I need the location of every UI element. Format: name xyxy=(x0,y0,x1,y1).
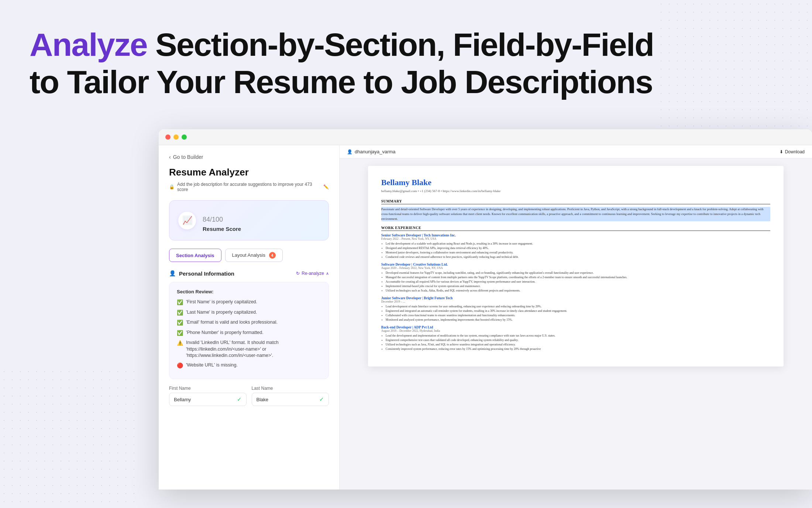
bullet-1-2: Designed and implemented RESTful APIs, i… xyxy=(386,246,770,250)
job-entry-2: Software Developer | Creative Solutions … xyxy=(381,263,770,293)
last-name-input[interactable]: Blake ✓ xyxy=(252,393,329,406)
job-title-1: Senior Software Developer | Tech Innovat… xyxy=(381,233,770,237)
tab-row: Section Analysis Layout Analysis 4 xyxy=(169,249,329,262)
review-text-2: 'Last Name' is properly capitalized. xyxy=(186,309,257,316)
first-name-field-group: First Name Bellamy ✓ xyxy=(169,386,247,406)
dot-red[interactable] xyxy=(165,134,171,140)
job-bullets-1: Led the development of a scalable web ap… xyxy=(381,242,770,259)
bullet-2-1: Developed essential features for YuppTV … xyxy=(386,271,770,275)
chevron-up-icon: ∧ xyxy=(326,271,329,276)
back-to-builder-link[interactable]: ‹ Go to Builder xyxy=(169,154,329,160)
review-text-6: 'Website URL' is missing. xyxy=(186,362,238,369)
job-meta-4: August 2018 – December 2022, Hyderabad, … xyxy=(381,329,770,333)
job-desc-notice: 🔒 Add the job description for accurate s… xyxy=(169,182,329,192)
lock-icon: 🔒 xyxy=(169,184,175,190)
section-title-row: 👤 Personal Information xyxy=(169,270,234,277)
last-name-value: Blake xyxy=(257,397,317,402)
review-item-linkedin: ⚠️ Invalid 'LinkedIn URL' format. It sho… xyxy=(177,340,321,359)
personal-section-title: Personal Information xyxy=(179,270,234,277)
bullet-2-3: Accountable for creating all required AP… xyxy=(386,280,770,284)
section-review-box: Section Review: ✅ 'First Name' is proper… xyxy=(169,282,329,379)
last-name-label: Last Name xyxy=(252,386,329,391)
re-analyze-button[interactable]: ↻ Re-analyze ∧ xyxy=(296,271,329,276)
score-number: 84 xyxy=(203,216,210,223)
tab-section-label: Section Analysis xyxy=(176,253,214,258)
work-experience-title: WORK EXPERIENCE xyxy=(381,226,770,231)
bullet-4-2: Engineered comprehensive test cases that… xyxy=(386,338,770,342)
re-analyze-icon: ↻ xyxy=(296,271,300,276)
first-name-check-icon: ✓ xyxy=(237,396,242,403)
browser-titlebar xyxy=(159,129,812,145)
review-item-email: ✅ 'Email' format is valid and looks prof… xyxy=(177,319,321,327)
review-item-website: 🔴 'Website URL' is missing. xyxy=(177,362,321,369)
dot-green[interactable] xyxy=(182,134,187,140)
headline-part2: Section-by-Section, Field-by-Field xyxy=(147,26,654,63)
job-bullets-2: Developed essential features for YuppTV … xyxy=(381,271,770,293)
edit-icon[interactable]: ✏️ xyxy=(323,184,329,190)
last-name-field-group: Last Name Blake ✓ xyxy=(252,386,329,406)
resume-paper: Bellamy Blake bellamy.blake@gmail.com • … xyxy=(368,166,784,366)
job-bullets-4: Lead the development and implementation … xyxy=(381,334,770,351)
bullet-4-1: Lead the development and implementation … xyxy=(386,334,770,338)
summary-section-title: SUMMARY xyxy=(381,199,770,204)
warning-icon-5: ⚠️ xyxy=(177,340,183,347)
back-arrow-icon: ‹ xyxy=(169,154,171,160)
error-icon-6: 🔴 xyxy=(177,362,183,369)
score-emoji: 📈 xyxy=(182,216,192,225)
job-title-4: Back-end Developer | ADP Pvt Ltd xyxy=(381,325,770,329)
job-entry-3: Junior Software Developer | Bright Futur… xyxy=(381,296,770,322)
resume-summary: Passionate and detail-oriented Software … xyxy=(381,207,770,222)
review-title: Section Review: xyxy=(177,289,321,294)
user-icon: 👤 xyxy=(347,149,352,154)
headline-text: Analyze Section-by-Section, Field-by-Fie… xyxy=(30,26,782,100)
check-icon-4: ✅ xyxy=(177,330,183,337)
score-value: 84/100 xyxy=(203,209,320,224)
first-name-value: Bellamy xyxy=(174,397,234,402)
headline-section: Analyze Section-by-Section, Field-by-Fie… xyxy=(30,26,782,100)
bullet-2-2: Managed the successful integration of co… xyxy=(386,275,770,280)
download-icon: ⬇ xyxy=(780,149,783,154)
job-meta-2: August 2020 – February 2022, New York, N… xyxy=(381,266,770,270)
resume-contact: bellamy.blake@gmail.com • +1 (234) 567-8… xyxy=(381,189,770,194)
bullet-1-4: Conducted code reviews and ensured adher… xyxy=(386,255,770,259)
tab-layout-label: Layout Analysis xyxy=(232,252,265,258)
download-label: Download xyxy=(785,149,805,154)
score-icon: 📈 xyxy=(178,212,196,229)
tab-layout-analysis[interactable]: Layout Analysis 4 xyxy=(225,249,283,262)
score-info: 84/100 Resume Score xyxy=(203,209,320,232)
field-row: First Name Bellamy ✓ Last Name Blake ✓ xyxy=(169,386,329,406)
resume-preview-panel: 👤 dhanunjaya_varma ⬇ Download Bellamy Bl… xyxy=(340,145,812,490)
job-entry-4: Back-end Developer | ADP Pvt Ltd August … xyxy=(381,325,770,351)
resume-name: Bellamy Blake xyxy=(381,178,770,187)
section-header: 👤 Personal Information ↻ Re-analyze ∧ xyxy=(169,270,329,277)
browser-mockup: ‹ Go to Builder Resume Analyzer 🔒 Add th… xyxy=(159,129,812,490)
layout-badge: 4 xyxy=(269,252,276,259)
notice-text: Add the job description for accurate sug… xyxy=(177,182,321,192)
tab-section-analysis[interactable]: Section Analysis xyxy=(169,249,221,262)
bullet-2-5: Utilized technologies such as Scala, Akk… xyxy=(386,289,770,293)
score-label: Resume Score xyxy=(203,226,320,232)
score-max: /100 xyxy=(210,216,223,223)
review-text-3: 'Email' format is valid and looks profes… xyxy=(186,319,278,326)
check-icon-3: ✅ xyxy=(177,319,183,327)
analyzer-panel: ‹ Go to Builder Resume Analyzer 🔒 Add th… xyxy=(159,145,340,490)
username-text: dhanunjaya_varma xyxy=(355,149,396,154)
job-bullets-3: Lead development of main Interface scree… xyxy=(381,304,770,322)
preview-username-row: 👤 dhanunjaya_varma xyxy=(347,149,396,154)
dot-yellow[interactable] xyxy=(173,134,179,140)
preview-topbar: 👤 dhanunjaya_varma ⬇ Download xyxy=(340,145,812,158)
job-meta-1: February 2022 – Present, New York, NY, U… xyxy=(381,237,770,241)
job-meta-3: December 2019 – ... xyxy=(381,300,770,303)
back-label: Go to Builder xyxy=(173,154,203,160)
first-name-input[interactable]: Bellamy ✓ xyxy=(169,393,247,406)
bullet-4-3: Utilized technologies such as Java, JUni… xyxy=(386,342,770,347)
job-title-3: Junior Software Developer | Bright Futur… xyxy=(381,296,770,300)
job-title-2: Software Developer | Creative Solutions … xyxy=(381,263,770,266)
decorative-dots-bottom-left xyxy=(0,368,140,508)
score-card: 📈 84/100 Resume Score xyxy=(169,200,329,241)
review-item-phone: ✅ 'Phone Number' is properly formatted. xyxy=(177,330,321,337)
check-icon-2: ✅ xyxy=(177,309,183,317)
person-icon: 👤 xyxy=(169,270,176,277)
download-button[interactable]: ⬇ Download xyxy=(780,149,805,154)
bullet-1-3: Mentored junior developers, fostering a … xyxy=(386,250,770,255)
